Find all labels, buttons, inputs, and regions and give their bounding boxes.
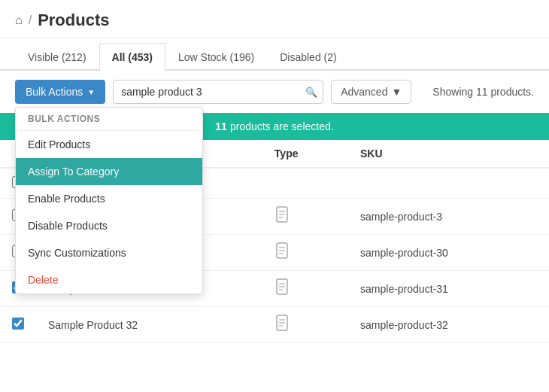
- row-type-cell: [262, 168, 348, 199]
- tabs-bar: Visible (212) All (453) Low Stock (196) …: [0, 43, 549, 71]
- row-type-cell: [262, 235, 348, 271]
- bulk-actions-dropdown: Bulk Actions Edit Products Assign To Cat…: [15, 107, 203, 294]
- dropdown-item-edit-products[interactable]: Edit Products: [16, 131, 202, 158]
- advanced-arrow-icon: ▼: [391, 86, 402, 98]
- product-type-icon: [274, 211, 290, 226]
- search-icon: 🔍: [305, 87, 317, 98]
- selected-text: products are selected.: [230, 120, 334, 132]
- product-type-icon: [274, 247, 290, 262]
- row-sku-cell: sample-product-32: [348, 307, 549, 343]
- dropdown-item-disable-products[interactable]: Disable Products: [16, 212, 202, 239]
- row-checkbox-cell: [0, 307, 36, 343]
- tab-all[interactable]: All (453): [99, 43, 165, 71]
- breadcrumb: ⌂ / Products: [0, 0, 549, 38]
- table-row: Sample Product 32 sample-product-32: [0, 307, 549, 343]
- bulk-actions-button[interactable]: Bulk Actions ▼: [15, 80, 105, 104]
- tab-disabled[interactable]: Disabled (2): [267, 43, 349, 71]
- product-type-icon: [274, 283, 290, 298]
- search-input[interactable]: [113, 80, 323, 104]
- page-title: Products: [38, 11, 109, 30]
- product-type-icon: [274, 319, 290, 334]
- tab-visible[interactable]: Visible (212): [15, 43, 99, 71]
- row-type-cell: [262, 199, 348, 235]
- row-sku-cell: sample-product-30: [348, 235, 549, 271]
- dropdown-item-delete[interactable]: Delete: [16, 266, 202, 293]
- dropdown-arrow-icon: ▼: [87, 88, 95, 96]
- dropdown-item-sync-customizations[interactable]: Sync Customizations: [16, 239, 202, 266]
- row-sku-cell: sample-product-31: [348, 271, 549, 307]
- row-sku-cell: [348, 168, 549, 199]
- row-sku-cell: sample-product-3: [348, 199, 549, 235]
- toolbar: Bulk Actions ▼ 🔍 Advanced ▼ Showing 11 p…: [0, 71, 549, 113]
- col-sku: SKU: [348, 140, 549, 168]
- showing-count: Showing 11 products.: [432, 86, 534, 98]
- selected-count: 11: [215, 120, 227, 132]
- product-name: Sample Product 32: [48, 319, 138, 331]
- page-wrapper: ⌂ / Products Visible (212) All (453) Low…: [0, 0, 549, 392]
- dropdown-header: Bulk Actions: [16, 108, 202, 131]
- search-wrapper: 🔍: [113, 80, 323, 104]
- row-checkbox[interactable]: [12, 318, 24, 330]
- row-type-cell: [262, 271, 348, 307]
- advanced-button[interactable]: Advanced ▼: [331, 80, 411, 104]
- home-icon[interactable]: ⌂: [15, 14, 23, 27]
- breadcrumb-separator: /: [29, 14, 32, 27]
- col-type: Type: [262, 140, 348, 168]
- dropdown-item-enable-products[interactable]: Enable Products: [16, 185, 202, 212]
- tab-lowstock[interactable]: Low Stock (196): [165, 43, 267, 71]
- row-name-cell: Sample Product 32: [36, 307, 262, 343]
- row-type-cell: [262, 307, 348, 343]
- dropdown-item-assign-category[interactable]: Assign To Category: [16, 158, 202, 185]
